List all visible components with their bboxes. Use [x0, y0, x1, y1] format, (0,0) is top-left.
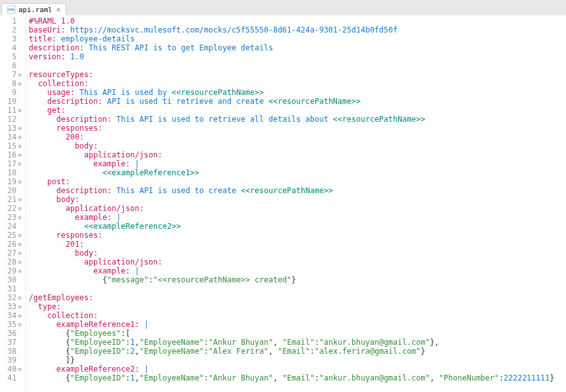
- code-line[interactable]: version: 1.0: [29, 52, 566, 61]
- fold-toggle-icon[interactable]: ⊖: [17, 195, 23, 204]
- code-line[interactable]: #%RAML 1.0: [29, 17, 566, 25]
- fold-toggle-icon: [17, 374, 23, 382]
- code-line[interactable]: {"message":"<<resourcePathName>> created…: [29, 275, 566, 284]
- code-line[interactable]: resourceTypes:: [29, 70, 566, 79]
- fold-toggle-icon[interactable]: ⊖: [17, 240, 23, 249]
- code-line[interactable]: exampleReference2: |: [29, 365, 566, 374]
- code-line[interactable]: example: |: [29, 266, 566, 275]
- fold-toggle-icon[interactable]: ⊖: [17, 231, 23, 240]
- fold-toggle-icon[interactable]: ⊖: [17, 365, 23, 374]
- close-icon[interactable]: ×: [56, 5, 61, 14]
- gutter-line: 29⊖: [5, 266, 23, 275]
- code-editor[interactable]: 1 2 3 4 5 6 7⊖8⊖9 10 11⊖12 13⊖14⊖15⊖16⊖1…: [0, 15, 566, 392]
- fold-toggle-icon[interactable]: ⊖: [17, 293, 23, 302]
- code-token: description:: [56, 115, 112, 124]
- fold-toggle-icon[interactable]: ⊖: [17, 124, 23, 133]
- fold-toggle-icon[interactable]: ⊖: [17, 311, 23, 320]
- fold-toggle-icon[interactable]: ⊖: [17, 249, 23, 258]
- fold-toggle-icon[interactable]: ⊖: [17, 213, 23, 222]
- line-number: 27: [5, 249, 17, 258]
- code-line[interactable]: description: This API is used to create …: [29, 186, 566, 195]
- gutter-line: 35⊖: [5, 320, 23, 329]
- code-line[interactable]: responses:: [29, 124, 566, 133]
- code-line[interactable]: ]}: [29, 356, 566, 365]
- code-line[interactable]: usage: This API is used by <<resourcePat…: [29, 88, 566, 97]
- code-line[interactable]: {"Employees":[: [29, 329, 566, 338]
- code-line[interactable]: description: This REST API is to get Emp…: [29, 43, 566, 52]
- code-token: baseUri:: [29, 25, 66, 34]
- code-line[interactable]: [29, 61, 566, 70]
- fold-toggle-icon[interactable]: ⊖: [17, 177, 23, 186]
- fold-toggle-icon[interactable]: ⊖: [17, 159, 23, 168]
- gutter-line: 13⊖: [5, 124, 23, 133]
- code-line[interactable]: example: |: [29, 213, 566, 222]
- code-token: ,: [269, 347, 278, 356]
- code-line[interactable]: example: |: [29, 159, 566, 168]
- gutter-line: 1: [5, 17, 23, 25]
- code-token: "Employees": [70, 329, 121, 338]
- file-tab[interactable]: RAML api.raml ×: [1, 3, 66, 15]
- code-line[interactable]: collection:: [29, 79, 566, 88]
- code-token: [29, 258, 84, 266]
- fold-toggle-icon[interactable]: ⊖: [17, 79, 23, 88]
- code-line[interactable]: collection:: [29, 311, 566, 320]
- code-line[interactable]: <<exampleReference2>>: [29, 222, 566, 231]
- code-token: ,: [273, 374, 282, 382]
- fold-toggle-icon[interactable]: ⊖: [17, 150, 23, 159]
- code-line[interactable]: /getEmployees:: [29, 293, 566, 302]
- fold-toggle-icon[interactable]: ⊖: [17, 302, 23, 311]
- code-line[interactable]: description: API is used ti retrieve and…: [29, 97, 566, 106]
- code-line[interactable]: {"EmployeeID":1,"EmployeeName":"Ankur Bh…: [29, 374, 566, 382]
- code-token: "Email": [282, 338, 315, 347]
- code-line[interactable]: baseUri: https://mocksvc.mulesoft.com/mo…: [29, 25, 566, 34]
- line-number: 7: [5, 70, 17, 79]
- fold-toggle-icon: [17, 356, 23, 365]
- code-line[interactable]: type:: [29, 302, 566, 311]
- code-line[interactable]: body:: [29, 249, 566, 258]
- code-line[interactable]: body:: [29, 195, 566, 204]
- fold-toggle-icon[interactable]: ⊖: [17, 258, 23, 266]
- fold-toggle-icon[interactable]: ⊖: [17, 106, 23, 115]
- code-line[interactable]: 201:: [29, 240, 566, 249]
- gutter-line: 36: [5, 329, 23, 338]
- fold-toggle-icon[interactable]: ⊖: [17, 266, 23, 275]
- code-line[interactable]: title: employee-details: [29, 34, 566, 43]
- code-line[interactable]: description: This API is used to retriev…: [29, 115, 566, 124]
- code-token: "EmployeeID": [70, 347, 126, 356]
- code-token: [29, 231, 56, 240]
- code-line[interactable]: post:: [29, 177, 566, 186]
- gutter-line: 5: [5, 52, 23, 61]
- code-line[interactable]: exampleReference1: |: [29, 320, 566, 329]
- code-line[interactable]: {"EmployeeID":1,"EmployeeName":"Ankur Bh…: [29, 338, 566, 347]
- fold-toggle-icon[interactable]: ⊖: [17, 142, 23, 150]
- code-token: [66, 25, 70, 34]
- code-token: ,: [430, 374, 439, 382]
- code-token: [29, 320, 56, 329]
- code-line[interactable]: responses:: [29, 231, 566, 240]
- fold-toggle-icon[interactable]: ⊖: [17, 320, 23, 329]
- code-line[interactable]: body:: [29, 142, 566, 150]
- code-token: {: [29, 374, 70, 382]
- gutter-line: 10: [5, 97, 23, 106]
- code-line[interactable]: 200:: [29, 133, 566, 142]
- line-number: 3: [5, 34, 17, 43]
- code-line[interactable]: <<exampleReference1>>: [29, 168, 566, 177]
- code-token: application/json:: [84, 150, 163, 159]
- code-token: "EmployeeName": [139, 374, 204, 382]
- code-token: :: [149, 275, 153, 284]
- code-line[interactable]: get:: [29, 106, 566, 115]
- code-token: },: [430, 338, 439, 347]
- fold-toggle-icon[interactable]: ⊖: [17, 70, 23, 79]
- code-line[interactable]: application/json:: [29, 204, 566, 213]
- code-line[interactable]: [29, 284, 566, 293]
- code-line[interactable]: application/json:: [29, 258, 566, 266]
- gutter-line: 22⊖: [5, 204, 23, 213]
- code-line[interactable]: {"EmployeeID":2,"EmployeeName":"Alex Fer…: [29, 347, 566, 356]
- code-line[interactable]: application/json:: [29, 150, 566, 159]
- code-area[interactable]: #%RAML 1.0baseUri: https://mocksvc.mules…: [26, 15, 566, 392]
- fold-toggle-icon: [17, 186, 23, 195]
- fold-toggle-icon[interactable]: ⊖: [17, 204, 23, 213]
- fold-toggle-icon[interactable]: ⊖: [17, 133, 23, 142]
- line-number: 9: [5, 88, 17, 97]
- code-token: collection:: [38, 79, 88, 88]
